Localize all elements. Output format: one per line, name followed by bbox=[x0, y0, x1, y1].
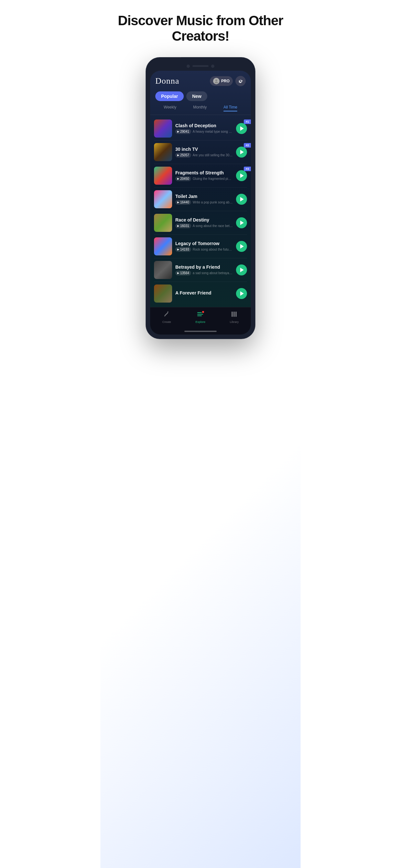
song-desc: a sad song about betrayal seeing you... bbox=[193, 271, 233, 275]
play-arrow-icon bbox=[240, 150, 244, 154]
play-button[interactable] bbox=[236, 147, 247, 158]
song-info: 30 inch TV ▶ 25057 Are you still selling… bbox=[175, 147, 233, 158]
song-title: Betrayed by a Friend bbox=[175, 265, 233, 270]
song-desc: A heavy metal type song about two cl... bbox=[193, 130, 233, 133]
play-arrow-icon bbox=[240, 126, 244, 131]
song-list: #1 Clash of Deception ▶ 29041 A heavy me… bbox=[150, 115, 251, 307]
song-thumbnail bbox=[154, 284, 172, 303]
nav-item-explore[interactable]: Explore bbox=[195, 311, 205, 323]
pro-badge[interactable]: PRO bbox=[210, 76, 233, 86]
play-count-icon: ▶ bbox=[177, 224, 179, 227]
song-title: 30 inch TV bbox=[175, 147, 233, 152]
svg-point-1 bbox=[215, 82, 218, 83]
song-title: Fragments of Strength bbox=[175, 170, 233, 175]
page-headline: Discover Music from Other Creators! bbox=[107, 13, 294, 44]
song-title: Clash of Deception bbox=[175, 123, 233, 128]
rank-badge: #1 bbox=[244, 120, 251, 124]
thumb-art bbox=[154, 190, 172, 208]
play-count: ▶ 13564 bbox=[175, 271, 191, 275]
song-desc: Are you still selling the 30 inch bbox=[193, 153, 233, 157]
phone-camera-2 bbox=[211, 65, 214, 68]
play-count-icon: ▶ bbox=[177, 177, 179, 180]
filter-tab-new[interactable]: New bbox=[186, 91, 207, 101]
phone-shell: Donna PRO bbox=[146, 57, 255, 339]
song-item[interactable]: #2 30 inch TV ▶ 25057 Are you still sell… bbox=[150, 141, 251, 164]
song-desc: Rock song about the future of the wo... bbox=[193, 248, 233, 251]
phone-speaker bbox=[192, 65, 209, 67]
song-title: A Forever Friend bbox=[175, 290, 233, 296]
svg-point-5 bbox=[202, 311, 204, 313]
song-meta: ▶ 20450 Gluing the fragmented pieces bac… bbox=[175, 176, 233, 181]
play-count: ▶ 16440 bbox=[175, 200, 191, 205]
library-label: Library bbox=[230, 320, 239, 323]
rank-badge: #3 bbox=[244, 166, 251, 171]
play-count: ▶ 25057 bbox=[175, 153, 191, 158]
play-count-icon: ▶ bbox=[177, 272, 179, 275]
phone-home-bar bbox=[150, 328, 251, 335]
thumb-art bbox=[154, 120, 172, 137]
play-button[interactable] bbox=[236, 288, 247, 299]
play-arrow-icon bbox=[240, 174, 244, 178]
play-arrow-icon bbox=[240, 197, 244, 202]
song-info: Toilet Jam ▶ 16440 Write a pop punk song… bbox=[175, 194, 233, 205]
song-item[interactable]: Legacy of Tomorrow ▶ 14193 Rock song abo… bbox=[150, 235, 251, 258]
settings-button[interactable] bbox=[235, 76, 246, 86]
filter-tab-popular[interactable]: Popular bbox=[155, 91, 184, 101]
song-info: Race of Destiny ▶ 16031 A song about the… bbox=[175, 217, 233, 228]
song-info: Clash of Deception ▶ 29041 A heavy metal… bbox=[175, 123, 233, 134]
song-thumbnail bbox=[154, 143, 172, 161]
song-meta: ▶ 29041 A heavy metal type song about tw… bbox=[175, 129, 233, 134]
song-title: Legacy of Tomorrow bbox=[175, 241, 233, 246]
play-count: ▶ 14193 bbox=[175, 247, 191, 252]
song-info: A Forever Friend bbox=[175, 290, 233, 297]
song-item[interactable]: Betrayed by a Friend ▶ 13564 a sad song … bbox=[150, 258, 251, 282]
library-icon bbox=[230, 311, 238, 319]
play-button[interactable] bbox=[236, 217, 247, 228]
song-thumbnail bbox=[154, 261, 172, 279]
header-right: PRO bbox=[210, 76, 246, 86]
play-button[interactable] bbox=[236, 194, 247, 205]
song-item[interactable]: A Forever Friend bbox=[150, 282, 251, 305]
nav-item-create[interactable]: Create bbox=[162, 311, 171, 323]
song-info: Fragments of Strength ▶ 20450 Gluing the… bbox=[175, 170, 233, 181]
play-arrow-icon bbox=[240, 244, 244, 249]
explore-label: Explore bbox=[195, 320, 205, 323]
song-meta: ▶ 16031 A song about the race between tu… bbox=[175, 223, 233, 228]
create-icon bbox=[163, 311, 170, 319]
time-tab-alltime[interactable]: All Time bbox=[223, 105, 237, 112]
song-item[interactable]: #3 Fragments of Strength ▶ 20450 Gluing … bbox=[150, 164, 251, 187]
time-tab-monthly[interactable]: Monthly bbox=[193, 105, 207, 112]
play-button[interactable] bbox=[236, 170, 247, 181]
song-item[interactable]: Race of Destiny ▶ 16031 A song about the… bbox=[150, 211, 251, 235]
play-button[interactable] bbox=[236, 265, 247, 275]
create-label: Create bbox=[162, 320, 171, 323]
bottom-nav: Create Explore bbox=[150, 307, 251, 328]
play-button[interactable] bbox=[236, 123, 247, 134]
app-header: Donna PRO bbox=[150, 71, 251, 89]
song-meta: ▶ 16440 Write a pop punk song about taki… bbox=[175, 200, 233, 205]
play-count-icon: ▶ bbox=[177, 248, 179, 251]
play-count-icon: ▶ bbox=[177, 130, 179, 133]
home-bar-indicator bbox=[184, 331, 217, 332]
filter-tabs: Popular New bbox=[150, 89, 251, 105]
explore-icon bbox=[197, 311, 204, 319]
time-tab-weekly[interactable]: Weekly bbox=[164, 105, 176, 112]
song-thumbnail bbox=[154, 237, 172, 255]
thumb-art bbox=[154, 261, 172, 279]
play-button[interactable] bbox=[236, 241, 247, 252]
play-count: ▶ 29041 bbox=[175, 129, 191, 134]
play-arrow-icon bbox=[240, 268, 244, 272]
song-item[interactable]: #1 Clash of Deception ▶ 29041 A heavy me… bbox=[150, 117, 251, 140]
thumb-art bbox=[154, 166, 172, 185]
thumb-art bbox=[154, 284, 172, 303]
svg-rect-7 bbox=[234, 312, 235, 317]
svg-point-0 bbox=[215, 80, 217, 82]
play-count-icon: ▶ bbox=[177, 201, 179, 204]
play-arrow-icon bbox=[240, 221, 244, 225]
song-thumbnail bbox=[154, 190, 172, 208]
svg-rect-6 bbox=[232, 312, 233, 317]
song-title: Race of Destiny bbox=[175, 217, 233, 222]
song-item[interactable]: Toilet Jam ▶ 16440 Write a pop punk song… bbox=[150, 188, 251, 211]
app-logo: Donna bbox=[155, 76, 179, 86]
nav-item-library[interactable]: Library bbox=[230, 311, 239, 323]
